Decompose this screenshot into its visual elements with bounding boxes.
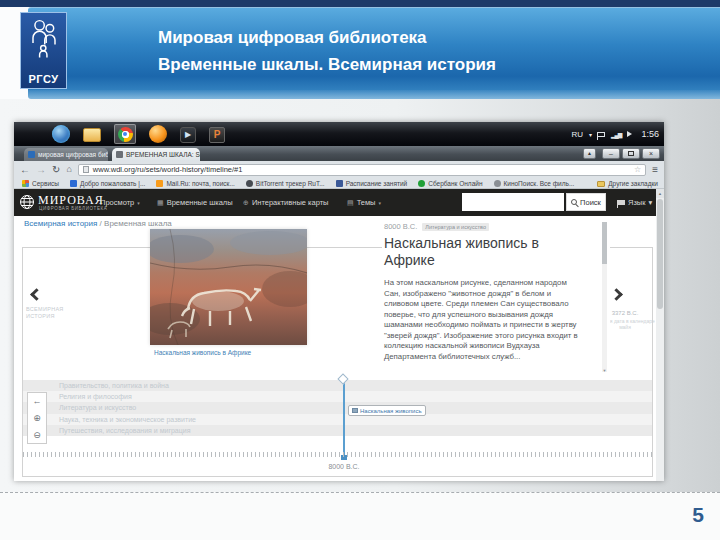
explorer-icon[interactable] xyxy=(83,128,101,142)
bookmark-favicon xyxy=(336,180,343,187)
wdl-logo-subtitle: ЦИФРОВАЯ БИБЛИОТЕКА xyxy=(39,206,107,211)
timeline-back-button[interactable]: ← xyxy=(33,396,42,406)
bookmark-favicon xyxy=(418,180,425,187)
restore-up-button[interactable]: ▲ xyxy=(583,148,596,159)
system-tray: RU ▾ ▂▄▆ 1:56 xyxy=(571,122,659,146)
bookmark-sberbank[interactable]: Сбербанк Онлайн xyxy=(418,180,482,187)
tab-timeline-active[interactable]: ВРЕМЕННАЯ ШКАЛА: Searc... × xyxy=(112,148,200,161)
minimize-button[interactable]: – xyxy=(602,148,620,159)
event-category-badge: Литература и искусство xyxy=(422,223,489,231)
slide-title-line2: Временные шкалы. Всемирная история xyxy=(158,51,496,78)
scrollbar-up-icon[interactable]: ▲ xyxy=(656,189,664,198)
tab-label: мировая цифровая библи... xyxy=(38,151,108,158)
bookmark-kinopoisk[interactable]: КиноПоиск. Все филь... xyxy=(494,180,575,187)
footer-divider xyxy=(0,492,720,493)
maximize-button[interactable] xyxy=(622,148,640,159)
slide-title: Мировая цифровая библиотека Временные шк… xyxy=(158,24,496,78)
scrollbar-down-icon[interactable]: ▼ xyxy=(602,368,607,373)
tab-favicon xyxy=(28,151,35,158)
network-icon[interactable]: ▂▄▆ xyxy=(611,131,621,138)
event-image-caption-link[interactable]: Наскальная живопись в Африке xyxy=(154,349,251,356)
prev-event-button[interactable] xyxy=(32,285,41,303)
rgsu-logo-text: РГСУ xyxy=(28,73,58,85)
bookmarks-bar: Сервисы Добро пожаловать |... Mail.Ru: п… xyxy=(14,178,664,189)
timeline-axis-label: 8000 B.C. xyxy=(314,463,374,470)
timeline-toolbar: ← ⊕ ⊖ xyxy=(27,392,47,444)
bookmark-services[interactable]: Сервисы xyxy=(22,180,59,187)
nav-timelines[interactable]: ▦Временные шкалы xyxy=(157,198,233,207)
bookmark-rutracker[interactable]: BitTorrent трекер RuT... xyxy=(246,180,325,187)
tab-favicon xyxy=(116,151,123,158)
timeline-axis-ruler[interactable] xyxy=(23,452,652,457)
panel-scrollbar[interactable]: ▼ xyxy=(602,222,607,372)
chrome-taskbar-active[interactable] xyxy=(114,124,136,144)
clock[interactable]: 1:56 xyxy=(641,129,659,139)
language-menu[interactable]: Язык ▾ xyxy=(618,198,652,207)
flag-icon xyxy=(618,200,625,205)
category-row: Литература и искусство xyxy=(23,402,652,413)
chevron-down-icon[interactable]: ▾ xyxy=(589,131,592,138)
browser-window: ▶ P RU ▾ ▂▄▆ 1:56 мировая цифровая библи… xyxy=(14,122,664,481)
search-input[interactable] xyxy=(462,193,564,211)
next-event-button[interactable] xyxy=(612,285,621,303)
chevron-right-icon xyxy=(610,288,623,301)
breadcrumb-separator: / xyxy=(100,219,102,228)
browser-address-bar: ← → ↻ ⌂ www.wdl.org/ru/sets/world-histor… xyxy=(14,161,664,178)
page-number: 5 xyxy=(692,503,704,527)
chevron-left-icon xyxy=(30,288,43,301)
scrollbar-thumb[interactable] xyxy=(657,199,663,309)
nav-themes[interactable]: ▤Темы▾ xyxy=(347,198,381,207)
bookmark-favicon xyxy=(246,180,253,187)
nav-interactive-maps[interactable]: ⊕Интерактивные карты xyxy=(243,198,328,207)
window-controls: ▲ – × xyxy=(583,148,660,159)
bookmark-schedule[interactable]: Расписание занятий xyxy=(336,180,408,187)
powerpoint-icon[interactable]: P xyxy=(209,127,225,143)
category-row: Правительство, политика и война xyxy=(23,380,652,391)
back-button[interactable]: ← xyxy=(20,165,30,175)
bookmark-mailru[interactable]: Mail.Ru: почта, поиск... xyxy=(156,180,234,187)
start-menu-button[interactable] xyxy=(52,125,70,143)
chevron-down-icon: ▾ xyxy=(649,198,653,207)
tab-label: ВРЕМЕННАЯ ШКАЛА: Searc... xyxy=(126,151,200,158)
search-button[interactable]: Поиск xyxy=(566,193,606,211)
event-title: Наскальная живопись в Африке xyxy=(384,235,589,269)
chrome-icon xyxy=(118,127,133,142)
rgsu-people-icon xyxy=(29,18,59,62)
rock-art-image xyxy=(150,229,307,345)
breadcrumb: Всемирная история / Временная шкала xyxy=(24,219,172,228)
volume-icon[interactable] xyxy=(627,131,635,137)
zoom-in-button[interactable]: ⊕ xyxy=(33,413,41,423)
bookmark-welcome[interactable]: Добро пожаловать |... xyxy=(70,180,145,187)
media-player-icon[interactable]: ▶ xyxy=(180,127,196,143)
action-center-flag-icon[interactable] xyxy=(598,132,605,137)
slide-title-line1: Мировая цифровая библиотека xyxy=(158,24,496,51)
nav-browse[interactable]: Просмотр▾ xyxy=(100,198,140,207)
apps-grid-icon xyxy=(22,180,29,187)
url-field[interactable]: www.wdl.org/ru/sets/world-history/timeli… xyxy=(78,164,646,176)
reload-button[interactable]: ↻ xyxy=(52,165,60,175)
other-bookmarks[interactable]: Другие закладки xyxy=(597,178,658,189)
category-row: Путешествия, исследования и миграция xyxy=(23,425,652,436)
powerpoint-letter: P xyxy=(214,129,221,140)
page-scrollbar[interactable]: ▲ xyxy=(656,189,664,481)
event-date: 8000 B.C. xyxy=(384,222,417,231)
windows-taskbar: ▶ P RU ▾ ▂▄▆ 1:56 xyxy=(14,122,664,146)
timeline-event-marker[interactable]: Наскальная живопись xyxy=(348,405,426,416)
chevron-down-icon: ▾ xyxy=(379,200,382,206)
close-button[interactable]: × xyxy=(642,148,660,159)
thumbnail-icon xyxy=(352,408,358,413)
chevron-down-icon: ▾ xyxy=(137,200,140,206)
panel-scrollbar-thumb[interactable] xyxy=(602,222,607,264)
browser-menu-icon[interactable]: ≡ xyxy=(652,164,658,175)
event-image[interactable] xyxy=(150,229,307,345)
prev-event-label: ВСЕМИРНАЯ ИСТОРИЯ xyxy=(26,306,86,320)
keyboard-layout[interactable]: RU xyxy=(571,130,583,139)
home-button[interactable]: ⌂ xyxy=(66,165,71,174)
forward-button[interactable]: → xyxy=(36,165,46,175)
breadcrumb-link[interactable]: Всемирная история xyxy=(24,219,97,228)
zoom-out-button[interactable]: ⊖ xyxy=(33,430,41,440)
orange-app-icon[interactable] xyxy=(149,125,167,143)
bookmark-star-icon[interactable]: ☆ xyxy=(634,165,641,174)
tab-wdl-home[interactable]: мировая цифровая библи... × xyxy=(24,148,108,161)
wdl-globe-icon xyxy=(19,194,35,210)
